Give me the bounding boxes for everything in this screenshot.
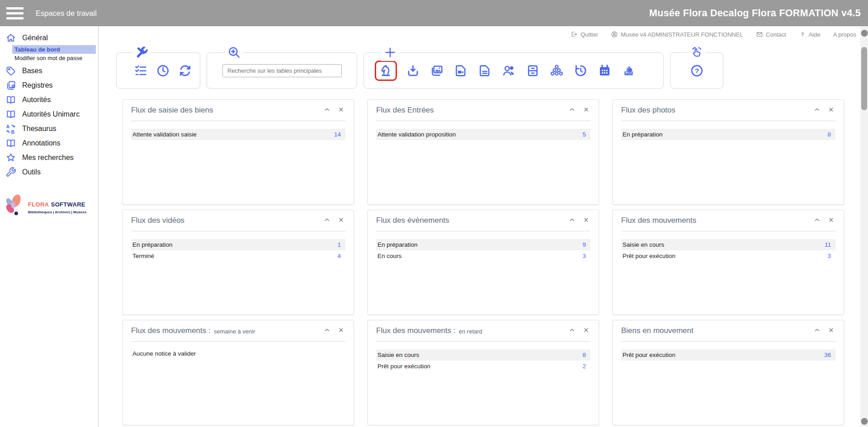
card-status-row[interactable]: Prêt pour exécution36: [621, 349, 835, 361]
card-status-row[interactable]: En préparation8: [621, 129, 835, 140]
close-card-button[interactable]: [827, 326, 835, 336]
sidebar-subitem-modifier-son-mot-de-passe[interactable]: Modifier son mot de passe: [12, 54, 98, 62]
sidebar-item-thesaurus[interactable]: ABThesaurus: [0, 122, 98, 136]
sidebar-item-annotations[interactable]: Annotations: [0, 136, 98, 150]
userbar-item-label: Aide: [809, 31, 821, 38]
collapse-card-button[interactable]: [323, 216, 331, 225]
close-icon: [338, 106, 344, 113]
close-card-button[interactable]: [582, 326, 590, 336]
sidebar-item-g-n-ral[interactable]: Général: [0, 31, 98, 45]
sidebar-item-label: Général: [22, 34, 48, 42]
toolbar-group-2: [207, 52, 357, 89]
sidebar-item-mes-recherches[interactable]: Mes recherches: [0, 150, 98, 165]
calendar-icon: [598, 64, 612, 78]
scroll-up-button[interactable]: [861, 30, 868, 37]
translate-icon: AB: [5, 123, 16, 134]
submenu: Tableau de bordModifier son mot de passe: [12, 45, 98, 62]
userbar-item-a-propos[interactable]: A propos: [833, 31, 856, 38]
stack-button[interactable]: [622, 64, 636, 78]
userbar-item-aide[interactable]: ?Aide: [799, 31, 821, 38]
card-status-row[interactable]: Prêt pour exécution2: [376, 361, 590, 372]
card-title: Flux des évènements: [376, 216, 449, 225]
card-status-row[interactable]: En préparation1: [131, 239, 345, 250]
collapse-card-button[interactable]: [813, 105, 821, 115]
close-card-button[interactable]: [582, 216, 590, 225]
card-status-row[interactable]: Saisie en cours8: [376, 349, 590, 361]
collapse-card-button[interactable]: [568, 105, 576, 115]
sidebar-item-bases[interactable]: Bases: [0, 64, 98, 78]
card-row-label: Saisie en cours: [623, 241, 664, 248]
sidebar-item-registres[interactable]: Registres: [0, 78, 98, 93]
sidebar-subitem-tableau-de-bord[interactable]: Tableau de bord: [12, 45, 96, 54]
svg-text:B: B: [11, 129, 15, 135]
video-file-button[interactable]: [454, 64, 468, 78]
card-header: Flux des mouvements :en retard: [376, 320, 590, 341]
close-card-button[interactable]: [337, 105, 345, 115]
close-icon: [338, 327, 344, 333]
search-input[interactable]: [222, 64, 342, 77]
card-status-row[interactable]: Attente validation proposition5: [376, 129, 590, 140]
collapse-card-button[interactable]: [813, 216, 821, 225]
refresh-button[interactable]: [178, 64, 192, 78]
images-button[interactable]: [430, 64, 444, 78]
close-card-button[interactable]: [337, 216, 345, 225]
cluster-button[interactable]: [550, 64, 564, 78]
card-status-row[interactable]: Attente validation saisie14: [131, 129, 345, 140]
sidebar-item-autorit-s-unimarc[interactable]: Autorités Unimarc: [0, 107, 98, 122]
close-card-button[interactable]: [827, 105, 835, 115]
chevron-up-icon: [324, 106, 330, 113]
dashboard-card: Flux de saisie des biensAttente validati…: [123, 99, 354, 205]
card-body: En préparation1Terminé4: [131, 239, 345, 262]
toolbar-group-1: [116, 52, 200, 89]
card-status-row[interactable]: Saisie en cours11: [621, 239, 835, 250]
users-button[interactable]: [502, 64, 516, 78]
card-row-value: 4: [337, 253, 341, 259]
history-button[interactable]: [574, 64, 588, 78]
collapse-card-button[interactable]: [323, 326, 331, 336]
sidebar-nav: GénéralTableau de bordModifier son mot d…: [0, 31, 98, 179]
help-button[interactable]: ?: [690, 64, 704, 78]
book-icon: [5, 109, 16, 120]
card-status-row[interactable]: En préparation9: [376, 239, 590, 250]
card-controls: [813, 326, 835, 336]
hamburger-menu-icon[interactable]: [6, 7, 24, 19]
card-body: Aucune notice à valider: [131, 349, 345, 358]
close-card-button[interactable]: [582, 105, 590, 115]
help-icon: ?: [690, 64, 704, 78]
cabinet-button[interactable]: [526, 64, 540, 78]
collapse-card-button[interactable]: [568, 326, 576, 336]
import-button[interactable]: [406, 64, 420, 78]
scrollbar-thumb[interactable]: [861, 47, 867, 110]
close-card-button[interactable]: [827, 216, 835, 225]
userbar-item-mus-e-v4-administrateur-fonctionnel[interactable]: Musée v4 ADMINISTRATEUR FONCTIONNEL: [611, 31, 743, 38]
card-controls: [813, 216, 835, 225]
scroll-down-button[interactable]: [861, 418, 868, 425]
sidebar-item-autorit-s[interactable]: Autorités: [0, 93, 98, 107]
app-title: Musée Flora Decalog Flora FORMATION v4.5: [649, 8, 861, 19]
card-title: Flux des mouvements :: [376, 326, 456, 335]
card-status-row[interactable]: Terminé4: [131, 250, 345, 262]
card-header: Flux de saisie des biens: [131, 100, 345, 121]
calendar-button[interactable]: [598, 64, 612, 78]
chess-knight-button[interactable]: [375, 61, 397, 81]
logo-brand-primary: FLORA: [28, 201, 49, 208]
card-status-row[interactable]: Prêt pour exécution3: [621, 250, 835, 262]
history-icon: [574, 64, 588, 78]
collapse-card-button[interactable]: [813, 326, 821, 336]
userbar-item-contact[interactable]: Contact: [756, 31, 786, 38]
checklist-button[interactable]: [134, 64, 148, 78]
card-divider: [621, 341, 835, 342]
close-card-button[interactable]: [337, 326, 345, 336]
flora-butterfly-icon: [3, 193, 25, 217]
collapse-card-button[interactable]: [568, 216, 576, 225]
sidebar-item-outils[interactable]: Outils: [0, 165, 98, 179]
card-status-row[interactable]: En cours3: [376, 250, 590, 262]
card-body: Prêt pour exécution36: [621, 349, 835, 361]
clock-button[interactable]: [156, 64, 170, 78]
vertical-scrollbar[interactable]: [860, 26, 868, 427]
userbar-item-quitter[interactable]: Quitter: [571, 31, 598, 38]
userbar-item-label: Musée v4 ADMINISTRATEUR FONCTIONNEL: [621, 31, 743, 38]
document-button[interactable]: [478, 64, 492, 78]
collapse-card-button[interactable]: [323, 105, 331, 115]
dashboard-card: Flux des photosEn préparation8: [613, 99, 844, 205]
